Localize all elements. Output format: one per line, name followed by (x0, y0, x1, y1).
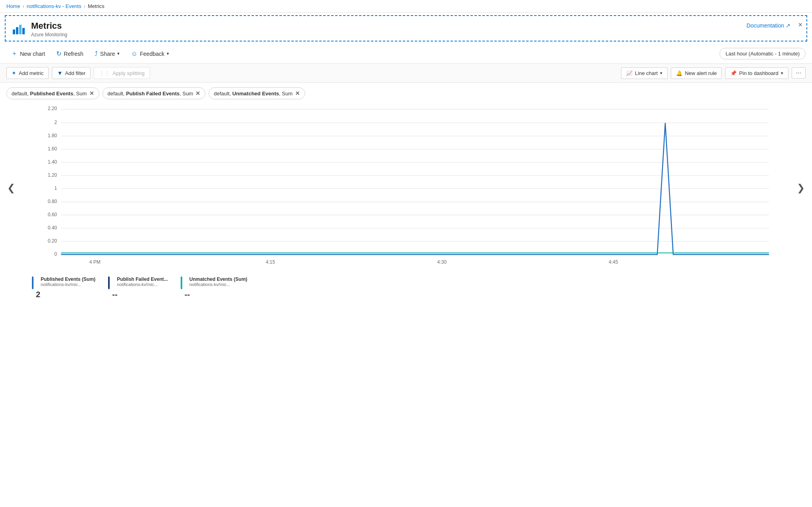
metric-pill-1[interactable]: default, Publish Failed Events, Sum ✕ (102, 87, 206, 99)
add-metric-button[interactable]: ✦ Add metric (6, 67, 49, 79)
page-title: Metrics (31, 21, 67, 31)
legend-item-0: Published Events (Sum) notifications-kv/… (32, 276, 95, 299)
svg-text:1.80: 1.80 (48, 133, 57, 138)
chart-nav-right[interactable]: ❯ (794, 179, 808, 197)
remove-metric-1[interactable]: ✕ (195, 90, 200, 97)
remove-metric-0[interactable]: ✕ (89, 90, 94, 97)
legend-value-1: -- (112, 290, 168, 299)
feedback-icon: ☺ (131, 50, 137, 57)
line-chart-chevron-icon: ▾ (660, 71, 662, 76)
share-icon: ⤴ (95, 50, 98, 57)
new-alert-rule-button[interactable]: 🔔 New alert rule (671, 67, 722, 79)
breadcrumb-home[interactable]: Home (6, 3, 20, 9)
line-chart-icon: 📈 (626, 70, 633, 76)
pin-to-dashboard-button[interactable]: 📌 Pin to dashboard ▾ (725, 67, 788, 79)
svg-text:1: 1 (54, 185, 57, 191)
legend-item-1: Publish Failed Event... notifications-kv… (108, 276, 168, 299)
chart-legend: Published Events (Sum) notifications-kv/… (0, 272, 812, 304)
header-text: Metrics Azure Monitoring (31, 21, 67, 37)
main-toolbar: ＋ New chart ↻ Refresh ⤴ Share ▾ ☺ Feedba… (0, 44, 812, 64)
svg-text:0.40: 0.40 (48, 225, 57, 231)
legend-color-0 (32, 276, 34, 289)
svg-rect-1 (16, 27, 18, 34)
legend-name-1: Publish Failed Event... (117, 276, 168, 282)
svg-text:0: 0 (54, 251, 57, 257)
line-chart-button[interactable]: 📈 Line chart ▾ (621, 67, 668, 79)
legend-name-0: Published Events (Sum) (41, 276, 95, 282)
svg-text:4:30: 4:30 (437, 259, 447, 265)
svg-rect-0 (13, 30, 15, 34)
breadcrumb-sep1: › (23, 4, 24, 9)
svg-text:1.60: 1.60 (48, 146, 57, 152)
legend-sub-0: notifications-kv/mic... (41, 282, 95, 287)
refresh-icon: ↻ (56, 50, 61, 57)
breadcrumb: Home › notifications-kv - Events › Metri… (0, 0, 812, 13)
svg-rect-2 (19, 25, 22, 34)
breadcrumb-resource[interactable]: notifications-kv - Events (27, 3, 81, 9)
legend-item-2: Unmatched Events (Sum) notifications-kv/… (181, 276, 247, 299)
add-filter-button[interactable]: ▼ Add filter (52, 67, 91, 79)
new-chart-button[interactable]: ＋ New chart (6, 47, 50, 60)
legend-color-2 (181, 276, 182, 289)
chart-svg: 2.20 2 1.80 1.60 1.40 1.20 1 0.80 0.60 0… (35, 104, 777, 272)
legend-color-1 (108, 276, 110, 289)
page-subtitle: Azure Monitoring (31, 32, 67, 37)
chart-nav-left[interactable]: ❮ (4, 179, 18, 197)
more-options-button[interactable]: ··· (792, 67, 806, 79)
metric-pill-0[interactable]: default, Published Events, Sum ✕ (6, 87, 99, 99)
breadcrumb-current: Metrics (88, 3, 104, 9)
pin-icon: 📌 (730, 70, 737, 76)
svg-text:4 PM: 4 PM (89, 259, 101, 265)
add-metric-icon: ✦ (12, 70, 16, 76)
breadcrumb-sep2: › (84, 4, 85, 9)
svg-text:0.20: 0.20 (48, 238, 57, 244)
svg-text:1.40: 1.40 (48, 159, 57, 165)
metric-pill-2[interactable]: default, Unmatched Events, Sum ✕ (209, 87, 305, 99)
svg-text:4:15: 4:15 (266, 259, 275, 265)
share-chevron-icon: ▾ (117, 51, 120, 56)
remove-metric-2[interactable]: ✕ (295, 90, 300, 97)
svg-text:2.20: 2.20 (48, 106, 57, 111)
page-header: Metrics Azure Monitoring Documentation ↗… (5, 15, 807, 41)
feedback-button[interactable]: ☺ Feedback ▾ (126, 48, 174, 60)
time-picker-button[interactable]: Last hour (Automatic - 1 minute) (719, 48, 806, 59)
close-button[interactable]: × (798, 21, 802, 29)
apply-splitting-button[interactable]: ⋮⋮ Apply splitting (94, 67, 150, 79)
filter-icon: ▼ (57, 70, 63, 76)
chart-area: ❮ ❯ 2.20 2 1.80 1.60 1.40 1.20 1 0.80 0.… (4, 104, 808, 272)
pin-chevron-icon: ▾ (781, 71, 783, 76)
refresh-button[interactable]: ↻ Refresh (51, 47, 88, 60)
documentation-link[interactable]: Documentation ↗ (747, 22, 790, 29)
legend-sub-1: notifications-kv/mic... (117, 282, 168, 287)
plus-icon: ＋ (11, 49, 18, 58)
metrics-icon (12, 22, 26, 37)
legend-value-0: 2 (36, 290, 95, 299)
chart-toolbar-right: 📈 Line chart ▾ 🔔 New alert rule 📌 Pin to… (621, 67, 806, 79)
svg-rect-3 (22, 28, 25, 34)
svg-text:2: 2 (54, 120, 57, 125)
share-button[interactable]: ⤴ Share ▾ (90, 48, 124, 60)
split-icon: ⋮⋮ (99, 70, 110, 76)
legend-value-2: -- (185, 290, 247, 299)
legend-sub-2: notifications-kv/mic... (189, 282, 247, 287)
legend-name-2: Unmatched Events (Sum) (189, 276, 247, 282)
svg-text:0.60: 0.60 (48, 212, 57, 217)
metric-pills: default, Published Events, Sum ✕ default… (0, 83, 812, 104)
svg-text:1.20: 1.20 (48, 172, 57, 178)
chart-toolbar: ✦ Add metric ▼ Add filter ⋮⋮ Apply split… (0, 64, 812, 83)
svg-text:0.80: 0.80 (48, 199, 57, 204)
feedback-chevron-icon: ▾ (167, 51, 169, 56)
alert-icon: 🔔 (676, 70, 682, 76)
svg-text:4:45: 4:45 (609, 259, 618, 265)
